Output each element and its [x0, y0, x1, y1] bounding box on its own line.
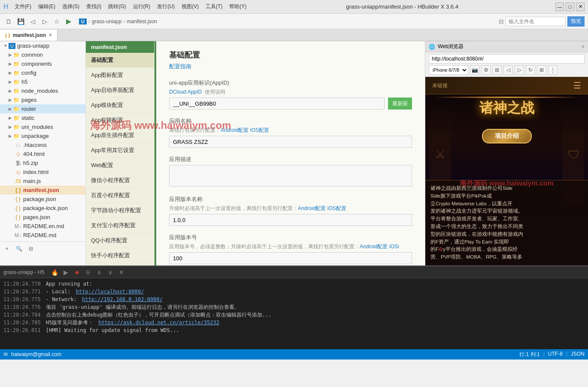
menu-tools[interactable]: 工具(T): [203, 2, 225, 11]
bookmark-btn[interactable]: ☆: [52, 16, 62, 27]
sidebar-item-unpackage[interactable]: ▶ 📁 unpackage: [0, 131, 85, 140]
sidebar-item-index[interactable]: ◇ index.html: [0, 168, 85, 177]
sidebar-item-h5[interactable]: ▶ 📁 h5: [0, 77, 85, 86]
tab-close-btn[interactable]: ✕: [48, 33, 52, 37]
menu-bar[interactable]: 文件(F) 编辑(E) 选择(S) 查找(I) 跳转(G) 运行(R) 发行(U…: [12, 2, 249, 11]
console-link-2[interactable]: http://192.168.0.102:8080/: [82, 296, 163, 303]
browser-inspect-btn[interactable]: ⚙: [481, 65, 491, 75]
sidebar-collapse-btn[interactable]: ⊟: [26, 244, 36, 254]
new-file-btn[interactable]: 🗋: [3, 16, 14, 27]
project-intro-btn[interactable]: 项目介绍: [482, 129, 532, 143]
appid-refresh-btn[interactable]: 重新获: [388, 98, 412, 110]
sidebar-item-manifest[interactable]: { } manifest.json: [0, 186, 85, 195]
window-controls[interactable]: — □ ✕: [555, 3, 585, 11]
console-run-btn[interactable]: ▶: [61, 268, 70, 277]
close-button[interactable]: ✕: [576, 3, 585, 11]
left-nav-item-basic[interactable]: 基础配置: [86, 53, 154, 68]
sidebar-item-htaccess[interactable]: □ .htaccess: [0, 140, 85, 149]
left-nav-item-web[interactable]: Web配置: [86, 158, 154, 173]
sidebar-item-router[interactable]: ▶ 📁 router: [0, 104, 85, 113]
left-nav-item-appicon[interactable]: App图标配置: [86, 68, 154, 83]
sidebar-item-uni_modules[interactable]: ▶ 📁 uni_modules: [0, 122, 85, 131]
left-nav-item-baidu[interactable]: 百度小程序配置: [86, 188, 154, 203]
config-guide-link[interactable]: 配置指南: [169, 63, 412, 70]
left-nav-item-native-plugin[interactable]: App原生插件配置: [86, 128, 154, 143]
sidebar-item-readme-en[interactable]: M↓ README.en.md: [0, 222, 85, 231]
sidebar-item-h5zip[interactable]: 🗜 h5.zip: [0, 158, 85, 168]
menu-file[interactable]: 文件(F): [12, 2, 34, 11]
save-btn[interactable]: 💾: [15, 16, 26, 27]
android-config-link[interactable]: Android配置: [221, 127, 249, 133]
appname-input[interactable]: [169, 136, 412, 148]
console-link-1[interactable]: http://localhost:8080/: [76, 288, 144, 296]
back-btn[interactable]: ◁: [27, 16, 38, 27]
web-browser-close-btn[interactable]: ✕: [581, 44, 585, 49]
sidebar-item-node_modules[interactable]: ▶ 📁 node_modules: [0, 86, 85, 95]
file-search-input[interactable]: [506, 17, 566, 26]
left-nav-item-permission[interactable]: App权限配置: [86, 113, 154, 128]
sidebar-item-components[interactable]: ▶ 📁 components: [0, 59, 85, 68]
console-clear-btn[interactable]: 🔥: [50, 268, 59, 277]
console-stop-btn[interactable]: ■: [73, 268, 81, 277]
sidebar-search-btn[interactable]: 🔍: [14, 244, 24, 254]
console-up-btn[interactable]: ∧: [95, 268, 103, 277]
menu-find[interactable]: 查找(I): [84, 2, 104, 11]
menu-select[interactable]: 选择(S): [60, 2, 82, 11]
browser-back-btn[interactable]: ◁: [503, 65, 513, 75]
hamburger-icon[interactable]: ☰: [573, 80, 581, 91]
android-config-link3[interactable]: Android配置: [360, 244, 388, 250]
sidebar-item-packagelock[interactable]: { } package-lock.json: [0, 204, 85, 213]
menu-help[interactable]: 帮助(Y): [227, 2, 249, 11]
run-btn[interactable]: ▶: [64, 16, 74, 27]
left-nav-item-qq[interactable]: QQ小程序配置: [86, 233, 154, 248]
ios-config-link2[interactable]: iOS配置: [327, 205, 346, 211]
maximize-button[interactable]: □: [566, 3, 574, 11]
tab-manifest[interactable]: { } manifest.json ✕: [0, 30, 58, 41]
forward-btn[interactable]: ▷: [39, 16, 50, 27]
console-copy-btn[interactable]: ⎘: [84, 268, 92, 277]
console-down-btn[interactable]: ∨: [106, 268, 115, 277]
left-nav-item-splash[interactable]: App启动界面配置: [86, 83, 154, 98]
minimize-button[interactable]: —: [555, 3, 564, 11]
desc-textarea[interactable]: [169, 165, 412, 186]
browser-home-btn[interactable]: ⊞: [537, 65, 546, 75]
left-nav-item-alipay[interactable]: 支付宝小程序配置: [86, 218, 154, 233]
breadcrumb-file[interactable]: manifest.json: [127, 18, 157, 24]
sidebar-item-mainjs[interactable]: JS main.js: [0, 177, 85, 186]
versionname-input[interactable]: [169, 214, 412, 226]
ios-config-link[interactable]: iOS配置: [250, 127, 269, 133]
menu-run[interactable]: 运行(R): [130, 2, 153, 11]
sidebar-add-btn[interactable]: +: [2, 244, 12, 254]
appid-dcloud-link[interactable]: DCloud AppID: [169, 89, 202, 95]
versioncode-input[interactable]: [169, 252, 412, 264]
console-link-5[interactable]: https://ask.dcloud.net.cn/article/35232: [98, 319, 219, 326]
sidebar-item-readme[interactable]: M↓ README.md: [0, 231, 85, 240]
menu-publish[interactable]: 发行(U): [155, 2, 177, 11]
left-nav-item-kuaishou[interactable]: 快手小程序配置: [86, 248, 154, 263]
browser-screenshot-btn[interactable]: 📷: [470, 65, 479, 75]
sidebar-item-pagesjson[interactable]: { } pages.json: [0, 213, 85, 222]
browser-forward-btn[interactable]: ▷: [515, 65, 524, 75]
sidebar-item-common[interactable]: ▶ 📁 common: [0, 50, 85, 59]
browser-more-btn[interactable]: ⋮: [548, 65, 558, 75]
left-nav-item-module[interactable]: App模块配置: [86, 98, 154, 113]
browser-refresh-btn[interactable]: ↻: [526, 65, 535, 75]
menu-goto[interactable]: 跳转(G): [106, 2, 128, 11]
left-nav-item-other[interactable]: App常用其它设置: [86, 143, 154, 158]
web-browser-url[interactable]: [429, 54, 585, 64]
sidebar-item-pages[interactable]: ▶ 📁 pages: [0, 95, 85, 104]
sidebar-root[interactable]: ▼ U grass-uniapp: [0, 41, 85, 50]
ios-config-link3[interactable]: iOSi: [389, 244, 399, 250]
android-config-link2[interactable]: Android配置: [298, 205, 326, 211]
preview-button[interactable]: 预览: [567, 16, 585, 27]
left-nav-item-wechat[interactable]: 微信小程序配置: [86, 173, 154, 188]
sidebar-item-package[interactable]: { } package.json: [0, 195, 85, 204]
sidebar-item-static[interactable]: ▶ 📁 static: [0, 113, 85, 122]
sidebar-item-config[interactable]: ▶ 📁 config: [0, 68, 85, 77]
menu-edit[interactable]: 编辑(E): [36, 2, 58, 11]
browser-new-window-btn[interactable]: ⊞: [492, 65, 502, 75]
left-nav-item-bytedance[interactable]: 字节跳动小程序配置: [86, 203, 154, 218]
sidebar-item-404[interactable]: ◇ 404.html: [0, 149, 85, 158]
menu-view[interactable]: 视图(V): [179, 2, 201, 11]
breadcrumb-project[interactable]: grass-uniapp: [92, 18, 121, 24]
